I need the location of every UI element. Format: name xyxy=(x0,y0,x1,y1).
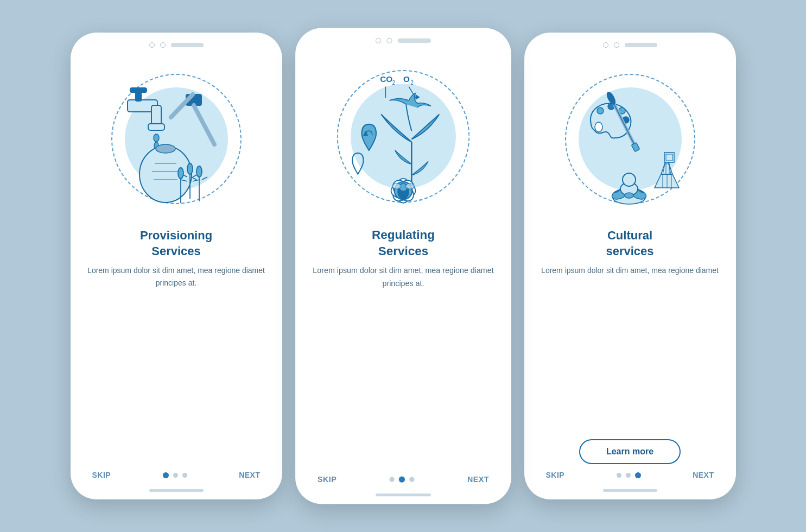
provisioning-svg xyxy=(95,58,258,220)
phone-circle-1b xyxy=(160,42,166,48)
svg-point-22 xyxy=(196,166,202,177)
provisioning-desc: Lorem ipsum dolor sit dim amet, mea regi… xyxy=(87,264,266,366)
cultural-dot-2 xyxy=(626,473,631,478)
learn-more-button[interactable]: Learn more xyxy=(579,439,681,464)
phone-cultural: Cultural services Lorem ipsum dolor sit … xyxy=(524,33,736,499)
provisioning-dot-3 xyxy=(182,473,187,478)
cultural-nav: SKIP NEXT xyxy=(524,471,736,479)
cultural-dot-1 xyxy=(617,473,621,478)
provisioning-next[interactable]: NEXT xyxy=(239,471,260,479)
phone-circle-2a xyxy=(376,38,381,43)
svg-rect-4 xyxy=(148,124,164,130)
svg-rect-2 xyxy=(130,88,147,92)
provisioning-home-bar xyxy=(149,489,204,492)
svg-point-42 xyxy=(392,183,401,189)
phone-speaker-3 xyxy=(625,43,657,47)
svg-rect-48 xyxy=(666,154,672,161)
cultural-dots xyxy=(617,472,641,478)
provisioning-illustration xyxy=(95,58,258,220)
cultural-svg xyxy=(549,58,712,220)
phone-top-bar-2 xyxy=(295,28,511,43)
phone-circle-3b xyxy=(614,42,619,48)
regulating-home-bar xyxy=(376,493,431,496)
cultural-next[interactable]: NEXT xyxy=(693,471,714,479)
cultural-dot-3 xyxy=(635,472,641,478)
svg-point-11 xyxy=(156,144,175,153)
cultural-title: Cultural services xyxy=(606,228,653,259)
phones-container: Provisioning Services Lorem ipsum dolor … xyxy=(71,33,736,499)
regulating-skip[interactable]: SKIP xyxy=(317,475,336,484)
svg-point-16 xyxy=(187,163,193,174)
phone-speaker-1 xyxy=(171,43,204,47)
regulating-nav: SKIP NEXT xyxy=(295,475,511,484)
provisioning-title: Provisioning Services xyxy=(140,228,212,259)
cultural-skip[interactable]: SKIP xyxy=(546,471,565,479)
regulating-dot-3 xyxy=(409,477,414,482)
svg-line-8 xyxy=(194,105,214,144)
phone-circle-1a xyxy=(149,42,155,48)
regulating-dot-1 xyxy=(389,477,394,482)
provisioning-skip[interactable]: SKIP xyxy=(92,471,111,479)
phone-top-bar-1 xyxy=(71,33,282,48)
svg-text:2: 2 xyxy=(410,80,414,86)
phone-circle-2b xyxy=(386,38,392,43)
cultural-home-bar xyxy=(603,489,657,492)
svg-line-24 xyxy=(202,177,207,180)
svg-marker-45 xyxy=(661,162,672,174)
regulating-illustration: CO 2 O 2 xyxy=(320,53,486,219)
regulating-dots xyxy=(389,476,414,482)
svg-point-43 xyxy=(405,183,414,189)
phone-provisioning: Provisioning Services Lorem ipsum dolor … xyxy=(71,33,282,499)
phone-regulating: CO 2 O 2 xyxy=(295,28,511,504)
svg-rect-3 xyxy=(151,105,161,126)
svg-point-54 xyxy=(597,107,604,114)
regulating-desc: Lorem ipsum dolor sit dim amet, mea regi… xyxy=(312,264,494,369)
provisioning-nav: SKIP NEXT xyxy=(71,471,282,479)
svg-text:2: 2 xyxy=(392,80,395,86)
regulating-dot-2 xyxy=(399,476,405,482)
regulating-svg: CO 2 O 2 xyxy=(320,53,486,219)
svg-point-68 xyxy=(625,193,633,198)
svg-text:O: O xyxy=(403,74,410,84)
phone-speaker-2 xyxy=(397,39,430,43)
regulating-title: Regulating Services xyxy=(372,227,435,259)
svg-text:CO: CO xyxy=(380,74,392,84)
provisioning-dot-2 xyxy=(173,473,178,478)
svg-marker-33 xyxy=(415,94,420,100)
cultural-illustration xyxy=(549,58,712,220)
phone-top-bar-3 xyxy=(524,33,736,48)
svg-point-26 xyxy=(178,168,183,179)
svg-point-67 xyxy=(623,173,636,186)
cultural-desc: Lorem ipsum dolor sit dim amet, mea regi… xyxy=(541,264,719,430)
phone-circle-3a xyxy=(603,42,608,48)
regulating-next[interactable]: NEXT xyxy=(467,475,488,484)
provisioning-dots xyxy=(163,472,187,478)
svg-point-5 xyxy=(154,134,159,142)
provisioning-dot-1 xyxy=(163,472,169,478)
svg-point-58 xyxy=(595,122,602,132)
